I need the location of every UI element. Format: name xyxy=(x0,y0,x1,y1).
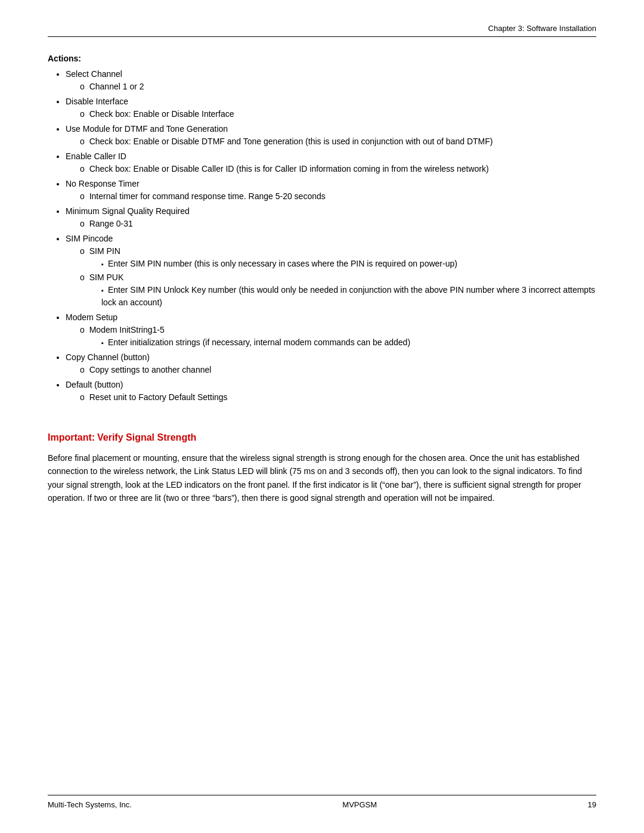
list-item-text: Reset unit to Factory Default Settings xyxy=(89,392,228,402)
list-item-text: Enter initialization strings (if necessa… xyxy=(108,337,410,347)
footer-page-number: 19 xyxy=(588,800,596,809)
page: Chapter 3: Software Installation Actions… xyxy=(0,0,644,833)
sub-sub-list: Enter SIM PIN Unlock Key number (this wo… xyxy=(80,284,596,309)
list-item: SIM PIN Enter SIM PIN number (this is on… xyxy=(80,245,596,270)
list-item: Default (button) Reset unit to Factory D… xyxy=(66,379,596,404)
list-item: Minimum Signal Quality Required Range 0-… xyxy=(66,205,596,230)
list-item: Internal timer for command response time… xyxy=(80,190,596,203)
list-item: Modem Setup Modem InitString1-5 Enter in… xyxy=(66,311,596,349)
list-item-text: SIM PUK xyxy=(89,272,124,282)
body-paragraph: Before final placement or mounting, ensu… xyxy=(48,451,596,505)
list-item: Enter initialization strings (if necessa… xyxy=(101,336,596,349)
list-item-text: Modem Setup xyxy=(66,312,117,322)
actions-label: Actions: xyxy=(48,54,596,63)
list-item: SIM Pincode SIM PIN Enter SIM PIN number… xyxy=(66,233,596,309)
list-item: Enter SIM PIN Unlock Key number (this wo… xyxy=(101,284,596,309)
list-item-text: Modem InitString1-5 xyxy=(89,325,165,335)
list-item-text: Check box: Enable or Disable Caller ID (… xyxy=(89,164,489,174)
sub-list: Copy settings to another channel xyxy=(66,364,596,376)
list-item-text: Select Channel xyxy=(66,69,122,79)
list-item: Check box: Enable or Disable Caller ID (… xyxy=(80,163,596,175)
list-item-text: Default (button) xyxy=(66,380,123,389)
list-item-text: No Response Timer xyxy=(66,179,140,188)
list-item: Enable Caller ID Check box: Enable or Di… xyxy=(66,150,596,175)
list-item-text: SIM Pincode xyxy=(66,234,113,243)
list-item-text: Enable Caller ID xyxy=(66,151,126,161)
list-item: Range 0-31 xyxy=(80,218,596,230)
list-item-text: SIM PIN xyxy=(89,246,120,256)
list-item-text: Disable Interface xyxy=(66,97,128,106)
list-item-text: Copy Channel (button) xyxy=(66,352,150,362)
list-item-text: Use Module for DTMF and Tone Generation xyxy=(66,124,228,134)
list-item: Modem InitString1-5 Enter initialization… xyxy=(80,324,596,349)
list-item: Select Channel Channel 1 or 2 xyxy=(66,68,596,93)
page-footer: Multi-Tech Systems, Inc. MVPGSM 19 xyxy=(48,795,596,809)
list-item: SIM PUK Enter SIM PIN Unlock Key number … xyxy=(80,271,596,309)
list-item: Disable Interface Check box: Enable or D… xyxy=(66,95,596,120)
sub-list: Check box: Enable or Disable Caller ID (… xyxy=(66,163,596,175)
list-item-text: Minimum Signal Quality Required xyxy=(66,206,190,216)
list-item-text: Enter SIM PIN number (this is only neces… xyxy=(108,259,457,268)
list-item: Reset unit to Factory Default Settings xyxy=(80,391,596,404)
list-item: Check box: Enable or Disable DTMF and To… xyxy=(80,135,596,148)
list-item-text: Check box: Enable or Disable DTMF and To… xyxy=(89,137,493,146)
sub-list: Channel 1 or 2 xyxy=(66,80,596,93)
main-content: Actions: Select Channel Channel 1 or 2 D… xyxy=(48,54,596,505)
list-item: No Response Timer Internal timer for com… xyxy=(66,178,596,203)
sub-list: Modem InitString1-5 Enter initialization… xyxy=(66,324,596,349)
sub-list: Check box: Enable or Disable DTMF and To… xyxy=(66,135,596,148)
list-item-text: Enter SIM PIN Unlock Key number (this wo… xyxy=(101,285,595,307)
important-section-heading: Important: Verify Signal Strength xyxy=(48,432,596,443)
list-item-text: Range 0-31 xyxy=(89,219,133,228)
sub-list: Check box: Enable or Disable Interface xyxy=(66,108,596,120)
list-item-text: Internal timer for command response time… xyxy=(89,191,326,201)
list-item-text: Channel 1 or 2 xyxy=(89,82,144,91)
actions-list: Select Channel Channel 1 or 2 Disable In… xyxy=(48,68,596,404)
list-item: Copy Channel (button) Copy settings to a… xyxy=(66,351,596,376)
sub-list: Reset unit to Factory Default Settings xyxy=(66,391,596,404)
sub-sub-list: Enter initialization strings (if necessa… xyxy=(80,336,596,349)
sub-list: Range 0-31 xyxy=(66,218,596,230)
chapter-title: Chapter 3: Software Installation xyxy=(488,24,596,33)
footer-product: MVPGSM xyxy=(342,800,377,809)
list-item: Enter SIM PIN number (this is only neces… xyxy=(101,258,596,270)
page-header: Chapter 3: Software Installation xyxy=(48,24,596,37)
list-item: Use Module for DTMF and Tone Generation … xyxy=(66,123,596,148)
sub-list: Internal timer for command response time… xyxy=(66,190,596,203)
list-item-text: Copy settings to another channel xyxy=(89,365,212,374)
list-item: Copy settings to another channel xyxy=(80,364,596,376)
section-heading-text: Verify Signal Strength xyxy=(97,432,196,442)
footer-company: Multi-Tech Systems, Inc. xyxy=(48,800,132,809)
sub-sub-list: Enter SIM PIN number (this is only neces… xyxy=(80,258,596,270)
list-item: Channel 1 or 2 xyxy=(80,80,596,93)
list-item: Check box: Enable or Disable Interface xyxy=(80,108,596,120)
list-item-text: Check box: Enable or Disable Interface xyxy=(89,109,234,119)
sub-list: SIM PIN Enter SIM PIN number (this is on… xyxy=(66,245,596,309)
important-label: Important: xyxy=(48,432,95,442)
